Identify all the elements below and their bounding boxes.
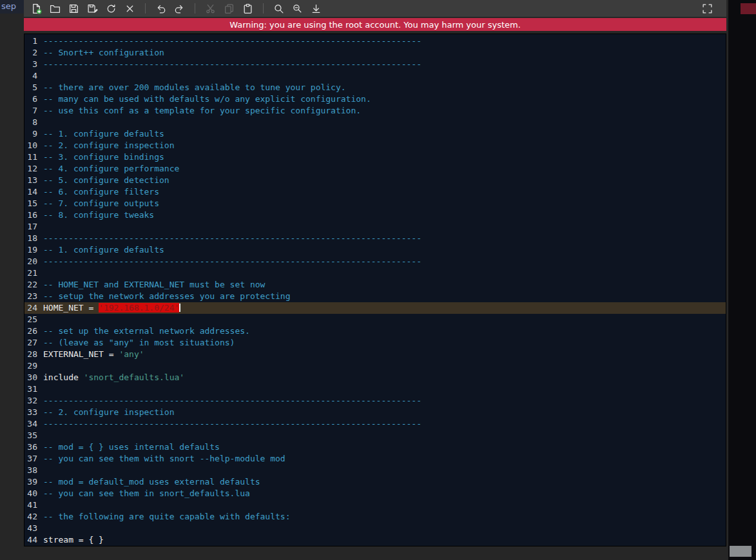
code-line[interactable]: 32--------------------------------------… (24, 395, 726, 407)
code-line[interactable]: 21 (24, 267, 726, 279)
line-number: 1 (24, 35, 41, 47)
code-line[interactable]: 39-- mod = default_mod uses external def… (24, 476, 726, 488)
code-line[interactable]: 28EXTERNAL_NET = 'any' (24, 349, 726, 360)
code-line[interactable]: 41 (24, 499, 726, 511)
code-line[interactable]: 16-- 8. configure tweaks (24, 209, 726, 221)
code-line[interactable]: 38 (24, 465, 726, 476)
code-line[interactable]: 36-- mod = { } uses internal defaults (24, 441, 726, 453)
line-number: 11 (24, 151, 41, 163)
code-segment: EXTERNAL_NET = (43, 349, 119, 359)
code-text (41, 465, 43, 476)
code-line[interactable]: 19-- 1. configure defaults (24, 244, 726, 256)
line-number: 41 (24, 499, 41, 511)
line-number: 24 (24, 302, 41, 314)
save-as-button[interactable] (84, 1, 101, 15)
code-line[interactable]: 12-- 4. configure performance (24, 163, 726, 175)
code-segment: -- mod = default_mod uses external defau… (43, 477, 260, 487)
code-line[interactable]: 3---------------------------------------… (24, 59, 726, 70)
code-segment: stream = { } (43, 535, 104, 545)
code-segment: -- there are over 200 modules available … (43, 82, 346, 92)
code-segment: -- 8. configure tweaks (43, 210, 154, 220)
code-text: -- (leave as "any" in most situations) (41, 337, 235, 349)
line-number: 20 (24, 256, 41, 267)
line-number: 2 (24, 47, 41, 59)
code-line[interactable]: 40-- you can see them in snort_defaults.… (24, 488, 726, 499)
redo-button[interactable] (171, 1, 188, 15)
code-line[interactable]: 35 (24, 430, 726, 441)
close-document-button[interactable] (121, 1, 139, 15)
code-line[interactable]: 8 (24, 117, 726, 128)
code-segment: HOME_NET = (43, 303, 99, 313)
undo-button[interactable] (152, 1, 170, 15)
code-line[interactable]: 1---------------------------------------… (24, 35, 726, 47)
line-number: 12 (24, 163, 41, 175)
code-line[interactable]: 9-- 1. configure defaults (24, 128, 726, 140)
code-line[interactable]: 27-- (leave as "any" in most situations) (24, 337, 726, 349)
code-line[interactable]: 33-- 2. configure inspection (24, 407, 726, 418)
code-line[interactable]: 30include 'snort_defaults.lua' (24, 372, 726, 383)
find-button[interactable] (270, 1, 287, 15)
code-line[interactable]: 23-- setup the network addresses you are… (24, 291, 726, 302)
line-number: 19 (24, 244, 41, 256)
code-line[interactable]: 45stream_ip = { } (24, 546, 726, 546)
new-file-button[interactable] (28, 1, 45, 15)
code-line[interactable]: 11-- 3. configure bindings (24, 151, 726, 163)
code-text: -- mod = { } uses internal defaults (41, 441, 220, 453)
code-line[interactable]: 4 (24, 70, 726, 82)
open-file-button[interactable] (46, 1, 64, 15)
new-file-icon (31, 3, 42, 14)
line-number: 17 (24, 221, 41, 233)
code-text (41, 523, 43, 534)
code-text (41, 360, 43, 372)
code-line[interactable]: 25 (24, 314, 726, 325)
code-text: -- 8. configure tweaks (41, 209, 154, 221)
line-number: 7 (24, 105, 41, 117)
code-line[interactable]: 20--------------------------------------… (24, 256, 726, 267)
reload-button[interactable] (102, 1, 120, 15)
code-line[interactable]: 18--------------------------------------… (24, 233, 726, 244)
code-line[interactable]: 43 (24, 523, 726, 534)
code-text: -- 3. configure bindings (41, 151, 164, 163)
code-line[interactable]: 2-- Snort++ configuration (24, 47, 726, 59)
line-number: 29 (24, 360, 41, 372)
code-line[interactable]: 22-- HOME_NET and EXTERNAL_NET must be s… (24, 279, 726, 291)
code-line[interactable]: 44stream = { } (24, 534, 726, 546)
code-segment: -- use this conf as a template for your … (43, 106, 361, 115)
code-text (41, 430, 43, 441)
code-line[interactable]: 37-- you can see them with snort --help-… (24, 453, 726, 465)
code-line[interactable]: 17 (24, 221, 726, 233)
line-number: 18 (24, 233, 41, 244)
line-number: 10 (24, 140, 41, 151)
code-text: -- use this conf as a template for your … (41, 105, 361, 117)
code-text: ----------------------------------------… (41, 395, 422, 407)
code-segment: 'snort_defaults.lua' (84, 372, 185, 382)
code-line[interactable]: 42-- the following are quite capable wit… (24, 511, 726, 523)
code-text (41, 117, 43, 128)
paste-button[interactable] (239, 1, 257, 15)
code-line[interactable]: 26-- set up the external network address… (24, 325, 726, 337)
code-line[interactable]: 10-- 2. configure inspection (24, 140, 726, 151)
code-line[interactable]: 5-- there are over 200 modules available… (24, 82, 726, 93)
find-replace-button[interactable] (289, 1, 306, 15)
code-line[interactable]: 14-- 6. configure filters (24, 186, 726, 198)
code-text: -- 4. configure performance (41, 163, 179, 175)
code-text (41, 383, 43, 395)
code-line[interactable]: 13-- 5. configure detection (24, 175, 726, 186)
text-editor-area[interactable]: 1---------------------------------------… (24, 34, 726, 546)
code-line[interactable]: 31 (24, 383, 726, 395)
toolbar-separator (263, 3, 264, 14)
find-icon (273, 3, 284, 14)
code-line[interactable]: 34--------------------------------------… (24, 418, 726, 430)
fullscreen-button[interactable] (699, 1, 716, 15)
code-line[interactable]: 15-- 7. configure outputs (24, 198, 726, 209)
code-line[interactable]: 6-- many can be used with defaults w/o a… (24, 93, 726, 105)
code-segment: -- 5. configure detection (43, 175, 170, 185)
code-line[interactable]: 7-- use this conf as a template for your… (24, 105, 726, 117)
code-line[interactable]: 29 (24, 360, 726, 372)
save-button[interactable] (65, 1, 82, 15)
code-line[interactable]: 24HOME_NET = '192.168.1.0/24' (24, 302, 726, 314)
code-segment: -- 4. configure performance (43, 164, 179, 173)
line-number: 15 (24, 198, 41, 209)
go-to-line-button[interactable] (307, 1, 325, 15)
code-segment: -- many can be used with defaults w/o an… (43, 94, 371, 104)
